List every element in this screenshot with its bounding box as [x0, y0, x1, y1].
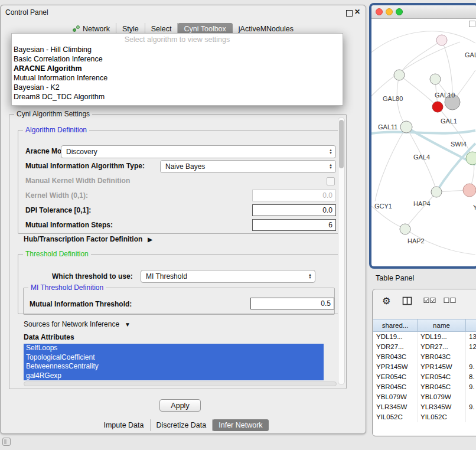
- table-row[interactable]: YIL052C YIL052C: [373, 412, 476, 422]
- node-label: HAP4: [413, 200, 431, 207]
- manual-kernel-width-checkbox[interactable]: [327, 177, 335, 185]
- network-canvas[interactable]: GAL80 GAL10 GAL1 GAL11 SWI4 GAL4 GCY1 HA…: [371, 18, 476, 269]
- dropdown-item-mutual-information[interactable]: Mutual Information Inference: [12, 73, 343, 83]
- mi-algorithm-type-label: Mutual Information Algorithm Type:: [25, 162, 145, 170]
- collapsed-panel-icon[interactable]: [2, 438, 11, 446]
- tab-impute-data[interactable]: Impute Data: [97, 419, 150, 431]
- mi-steps-input[interactable]: 6: [252, 219, 336, 231]
- tab-infer-network[interactable]: Infer Network: [213, 419, 268, 431]
- zoom-traffic-light-icon[interactable]: [396, 8, 403, 15]
- dpi-tolerance-input[interactable]: 0.0: [252, 204, 336, 216]
- cell: YBL079W: [373, 392, 418, 402]
- control-panel-window: Control Panel ✕ Network Style Select Cyn…: [0, 5, 366, 434]
- network-node[interactable]: [436, 35, 447, 45]
- tab-label: Impute Data: [103, 421, 144, 429]
- table-row[interactable]: YBL079W YBL079W: [373, 392, 476, 402]
- dropdown-placeholder: Select algorithm to view settings: [12, 34, 343, 45]
- tab-label: jActiveMNodules: [239, 25, 294, 33]
- gear-icon[interactable]: ⚙: [382, 295, 390, 306]
- float-window-icon[interactable]: [346, 10, 353, 17]
- list-item-betweennesscentrality[interactable]: BetweennessCentrality: [24, 362, 324, 371]
- network-node[interactable]: [466, 152, 476, 165]
- column-header-name[interactable]: name: [418, 319, 466, 331]
- network-node-labels: GAL80 GAL10 GAL1 GAL11 SWI4 GAL4 GCY1 HA…: [374, 51, 476, 244]
- dropdown-item-aracne[interactable]: ARACNE Algorithm: [12, 64, 343, 73]
- tab-discretize-data[interactable]: Discretize Data: [151, 419, 213, 431]
- field-value: 0.0: [322, 206, 332, 214]
- dropdown-item-bayesian-k2[interactable]: Bayesian - K2: [12, 83, 343, 92]
- sources-label: Sources for Network Inference: [24, 320, 119, 328]
- table-row[interactable]: YBR045C YBR045C 9.: [373, 382, 476, 392]
- table-row[interactable]: YPR145W YPR145W 9.: [373, 362, 476, 372]
- combo-value: MI Threshold: [146, 272, 305, 281]
- cell: [466, 352, 476, 362]
- network-view-window: GAL80 GAL10 GAL1 GAL11 SWI4 GAL4 GCY1 HA…: [369, 3, 476, 269]
- table-row[interactable]: YLR345W YLR345W 9.: [373, 402, 476, 412]
- dropdown-item-bayesian-hill-climbing[interactable]: Bayesian - Hill Climbing: [12, 45, 343, 54]
- node-label: GAL1: [441, 118, 457, 125]
- cell: 8.: [466, 372, 476, 382]
- table-row[interactable]: YDR27... YDR27... 12: [373, 342, 476, 352]
- sources-disclosure[interactable]: Sources for Network Inference ▼: [24, 320, 131, 328]
- column-header-shared-name[interactable]: shared...: [373, 319, 418, 331]
- cell: YDR27...: [418, 342, 466, 352]
- columns-icon[interactable]: [402, 296, 413, 306]
- node-label: HAP2: [407, 237, 425, 244]
- network-node[interactable]: [431, 187, 442, 197]
- dropdown-item-basic-correlation[interactable]: Basic Correlation Inference: [12, 54, 343, 64]
- network-node[interactable]: [400, 224, 410, 234]
- cell: YBR045C: [418, 382, 466, 392]
- unchecked-boxes-icon[interactable]: [444, 296, 457, 305]
- apply-button[interactable]: Apply: [159, 399, 201, 412]
- cell: YBR043C: [418, 352, 466, 362]
- mi-algorithm-type-select[interactable]: Naive Bayes ▲▼: [160, 160, 336, 173]
- group-title: Algorithm Definition: [23, 126, 89, 134]
- table-row[interactable]: YER054C YER054C 8.: [373, 372, 476, 382]
- list-item-topologicalcoefficient[interactable]: TopologicalCoefficient: [24, 353, 324, 363]
- table-row[interactable]: YDL19... YDL19... 13: [373, 332, 476, 342]
- list-item-gal4rgexp[interactable]: gal4RGexp: [24, 371, 324, 381]
- mi-threshold-label: Mutual Information Threshold:: [30, 300, 132, 308]
- cell: YPR145W: [373, 362, 418, 372]
- table-row[interactable]: YBR043C YBR043C: [373, 352, 476, 362]
- column-header-partial[interactable]: [466, 319, 476, 331]
- settings-scrollbar[interactable]: [338, 117, 345, 385]
- cell: 9.: [466, 362, 476, 372]
- hub-definition-disclosure[interactable]: Hub/Transcription Factor Definition ▶: [24, 235, 152, 243]
- node-label: SWI4: [451, 141, 467, 148]
- algorithm-definition-group: Algorithm Definition Aracne Mode: Discov…: [18, 130, 339, 234]
- close-icon[interactable]: ✕: [354, 8, 360, 16]
- scrollbar-thumb[interactable]: [339, 120, 344, 168]
- network-node[interactable]: [400, 121, 412, 133]
- dropdown-item-dream8[interactable]: Dream8 DC_TDC Algorithm: [12, 92, 343, 102]
- manual-kernel-width-label: Manual Kernel Width Definition: [25, 177, 130, 185]
- close-traffic-light-icon[interactable]: [376, 8, 383, 15]
- table-panel-title: Table Panel: [376, 274, 414, 282]
- mi-threshold-input[interactable]: 0.5: [250, 298, 334, 309]
- horizontal-scrollbar[interactable]: [24, 381, 337, 386]
- cell: YIL052C: [373, 412, 418, 422]
- mi-threshold-definition-group: MI Threshold Definition Mutual Informati…: [23, 288, 335, 315]
- network-node[interactable]: [463, 184, 476, 197]
- data-attributes-list: SelfLoops TopologicalCoefficient Between…: [24, 344, 324, 380]
- group-title: Threshold Definition: [23, 250, 91, 258]
- network-node[interactable]: [432, 102, 443, 112]
- disclosure-right-icon: ▶: [148, 236, 152, 243]
- network-node[interactable]: [430, 74, 441, 84]
- cell: 12: [466, 342, 476, 352]
- combo-value: Discovery: [66, 148, 326, 156]
- data-attributes-label: Data Attributes: [24, 333, 74, 341]
- minimize-traffic-light-icon[interactable]: [386, 8, 393, 15]
- which-threshold-select[interactable]: MI Threshold ▲▼: [141, 270, 315, 283]
- table-toolbar: ⚙: [373, 289, 476, 315]
- checked-boxes-icon[interactable]: [423, 296, 436, 305]
- kernel-width-input[interactable]: 0.0: [252, 190, 336, 201]
- network-icon: [73, 25, 80, 32]
- cell: YER054C: [373, 372, 418, 382]
- network-window-titlebar: [371, 5, 476, 19]
- list-item-selfloops[interactable]: SelfLoops: [24, 344, 324, 353]
- network-node[interactable]: [394, 70, 405, 80]
- cell: YIL052C: [418, 412, 466, 422]
- tab-label: Style: [122, 25, 139, 33]
- aracne-mode-select[interactable]: Discovery ▲▼: [61, 145, 336, 158]
